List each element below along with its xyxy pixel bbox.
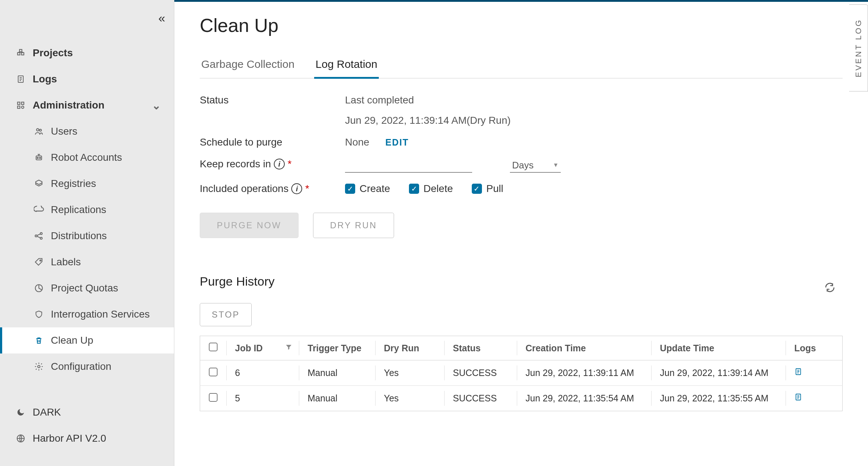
sidebar-collapse-icon[interactable]: «: [158, 11, 165, 25]
row-checkbox[interactable]: [209, 368, 218, 376]
sidebar-item-label: Users: [51, 126, 77, 137]
sidebar-item-label: Clean Up: [51, 335, 93, 346]
status-value: Last completed Jun 29, 2022, 11:39:14 AM…: [345, 94, 599, 126]
chevron-down-icon: ▼: [553, 162, 559, 168]
api-label: Harbor API V2.0: [33, 433, 106, 444]
sidebar-item-label: Configuration: [51, 361, 111, 372]
table-row: 5 Manual Yes SUCCESS Jun 29, 2022, 11:35…: [200, 386, 843, 411]
svg-rect-1: [21, 53, 24, 55]
keep-records-label: Keep records in i *: [200, 158, 345, 170]
svg-point-7: [21, 106, 24, 109]
sidebar-item-label: Registries: [51, 178, 96, 189]
svg-point-16: [40, 260, 41, 261]
page-title: Clean Up: [200, 15, 843, 36]
filter-icon[interactable]: [285, 343, 292, 353]
users-icon: [33, 126, 44, 137]
svg-point-11: [37, 157, 38, 158]
gear-icon: [33, 361, 44, 372]
info-icon[interactable]: i: [291, 183, 302, 194]
event-log-tab[interactable]: EVENT LOG: [849, 4, 868, 91]
checkbox-pull[interactable]: ✓: [472, 184, 482, 194]
schedule-label: Schedule to purge: [200, 136, 345, 148]
checkbox-delete[interactable]: ✓: [409, 184, 419, 194]
dark-label: DARK: [33, 406, 61, 418]
svg-rect-4: [17, 102, 20, 105]
api-link[interactable]: Harbor API V2.0: [0, 425, 174, 451]
sidebar-item-label: Project Quotas: [51, 282, 118, 294]
info-icon[interactable]: i: [274, 159, 285, 169]
sidebar-item-label: Administration: [33, 99, 105, 111]
sidebar-item-labels[interactable]: Labels: [0, 249, 174, 275]
sidebar-item-label: Labels: [51, 256, 81, 268]
svg-point-8: [37, 128, 39, 131]
sidebar: « Projects Logs Administration ⌄: [0, 0, 174, 466]
dry-run-button[interactable]: DRY RUN: [313, 213, 394, 238]
trash-icon: [33, 335, 44, 346]
logs-icon: [15, 74, 26, 85]
labels-icon: [33, 257, 44, 267]
row-checkbox[interactable]: [209, 393, 218, 402]
quotas-icon: [33, 283, 44, 294]
sidebar-item-project-quotas[interactable]: Project Quotas: [0, 275, 174, 301]
sidebar-item-label: Replications: [51, 204, 106, 216]
edit-schedule-link[interactable]: EDIT: [385, 137, 409, 148]
view-log-icon[interactable]: [794, 368, 802, 379]
sidebar-item-projects[interactable]: Projects: [0, 40, 174, 66]
refresh-icon[interactable]: [824, 282, 835, 296]
svg-rect-5: [21, 102, 24, 105]
svg-point-18: [38, 365, 40, 368]
sidebar-item-clean-up[interactable]: Clean Up: [0, 327, 174, 353]
sidebar-item-distributions[interactable]: Distributions: [0, 223, 174, 249]
sidebar-item-interrogation[interactable]: Interrogation Services: [0, 301, 174, 327]
replications-icon: [33, 204, 44, 215]
sidebar-item-label: Logs: [33, 73, 57, 85]
sidebar-item-users[interactable]: Users: [0, 118, 174, 144]
sidebar-item-label: Distributions: [51, 230, 107, 242]
projects-icon: [15, 48, 26, 58]
sidebar-item-label: Projects: [33, 47, 73, 59]
sidebar-item-registries[interactable]: Registries: [0, 171, 174, 197]
svg-point-12: [40, 157, 41, 158]
included-ops-label: Included operations i *: [200, 183, 345, 195]
tab-log-rotation[interactable]: Log Rotation: [314, 58, 379, 79]
tab-garbage-collection[interactable]: Garbage Collection: [200, 58, 296, 78]
view-log-icon[interactable]: [794, 393, 802, 404]
robot-icon: [33, 152, 44, 163]
moon-icon: [15, 407, 26, 418]
svg-rect-0: [17, 53, 20, 55]
sidebar-item-robot-accounts[interactable]: Robot Accounts: [0, 144, 174, 171]
stop-button[interactable]: STOP: [200, 303, 252, 326]
dark-mode-toggle[interactable]: DARK: [0, 399, 174, 425]
purge-history-table: Job ID Trigger Type Dry Run Status Creat…: [200, 336, 843, 411]
purge-history-title: Purge History: [200, 274, 275, 289]
sidebar-item-label: Robot Accounts: [51, 152, 122, 163]
svg-rect-6: [17, 106, 20, 109]
registries-icon: [33, 178, 44, 189]
select-all-checkbox[interactable]: [209, 343, 218, 351]
tabs: Garbage Collection Log Rotation: [200, 58, 843, 78]
table-row: 6 Manual Yes SUCCESS Jun 29, 2022, 11:39…: [200, 360, 843, 386]
checkbox-create[interactable]: ✓: [345, 184, 355, 194]
chevron-down-icon: ⌄: [152, 99, 161, 112]
purge-now-button: PURGE NOW: [200, 213, 299, 238]
status-label: Status: [200, 94, 345, 106]
sidebar-item-administration[interactable]: Administration ⌄: [0, 92, 174, 118]
sidebar-item-logs[interactable]: Logs: [0, 66, 174, 92]
keep-records-input[interactable]: [345, 158, 472, 173]
admin-icon: [15, 100, 26, 111]
sidebar-item-label: Interrogation Services: [51, 308, 150, 320]
sidebar-item-replications[interactable]: Replications: [0, 197, 174, 223]
main-content: EVENT LOG Clean Up Garbage Collection Lo…: [174, 0, 868, 466]
api-icon: [15, 433, 26, 444]
svg-point-9: [40, 129, 41, 131]
sidebar-item-configuration[interactable]: Configuration: [0, 353, 174, 380]
distributions-icon: [33, 230, 44, 241]
keep-unit-select[interactable]: Days ▼: [510, 158, 561, 173]
shield-icon: [33, 309, 44, 320]
schedule-value: None: [345, 136, 369, 148]
svg-rect-2: [20, 49, 22, 52]
